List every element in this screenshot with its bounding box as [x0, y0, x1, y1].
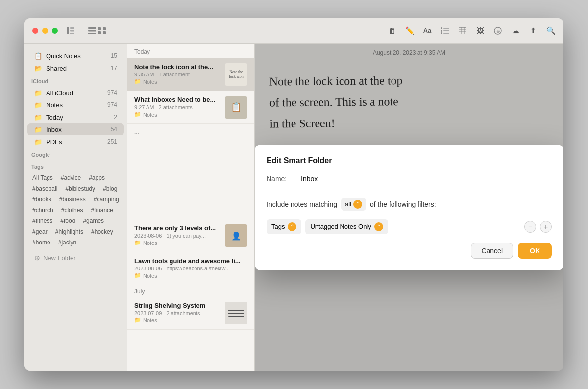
filter-suffix: of the following filters: — [370, 200, 436, 208]
add-rule-button[interactable]: + — [540, 221, 552, 233]
tag-food[interactable]: #food — [57, 217, 78, 225]
sidebar-item-today[interactable]: 📁 Today 2 — [27, 111, 124, 123]
svg-rect-12 — [443, 28, 449, 29]
tag-blog[interactable]: #blog — [100, 184, 120, 193]
tag-books[interactable]: #books — [29, 195, 54, 204]
cancel-button[interactable]: Cancel — [471, 243, 513, 259]
shared-icon: 📂 — [34, 64, 42, 72]
remove-rule-button[interactable]: − — [524, 221, 536, 233]
tag-hockey[interactable]: #hockey — [88, 227, 116, 236]
sidebar-badge: 2 — [114, 114, 117, 121]
tag-all-tags[interactable]: All Tags — [29, 173, 56, 182]
note-item-6[interactable]: String Shelving System 2023-07-09 2 atta… — [127, 297, 254, 330]
icloud-icon[interactable]: ☁ — [511, 26, 520, 36]
close-button[interactable] — [32, 28, 38, 34]
sidebar-item-notes[interactable]: 📁 Notes 974 — [27, 99, 124, 111]
note-folder-5: 📁 Notes — [134, 272, 247, 279]
list-view-icon[interactable] — [87, 26, 97, 36]
rule-value-text: Untagged Notes Only — [310, 223, 371, 230]
sidebar-item-pdfs[interactable]: 📁 PDFs 251 — [27, 136, 124, 147]
sidebar-toggle-icon[interactable] — [66, 26, 75, 36]
tags-section-title: Tags — [24, 160, 127, 171]
note-meta-6: 2023-07-09 2 attachments — [134, 310, 221, 316]
tags-container: All Tags #advice #apps #baseball #bibles… — [24, 171, 127, 249]
tag-apps[interactable]: #apps — [86, 173, 108, 182]
tag-church[interactable]: #church — [29, 206, 56, 215]
search-icon[interactable]: 🔍 — [546, 26, 556, 36]
sidebar-badge: 17 — [111, 65, 117, 72]
note-meta-2: 9:27 AM 2 attachments — [134, 104, 221, 110]
sidebar-item-label: Shared — [46, 65, 109, 72]
rule-value-select[interactable]: Untagged Notes Only ⌃ — [305, 219, 388, 234]
note-meta-5: 2023-08-06 https://beacons.ai/thelaw... — [134, 266, 247, 271]
media-icon[interactable]: 🖼 — [475, 26, 485, 36]
note-content-3: ... — [134, 129, 247, 136]
modal-name-label: Name: — [267, 175, 301, 183]
note-item-4[interactable]: There are only 3 levels of... 2023-08-06… — [127, 219, 254, 252]
more-icon[interactable]: ⬆ — [528, 26, 538, 36]
sidebar-item-inbox[interactable]: 📁 Inbox 54 — [27, 123, 124, 135]
tag-jaclyn[interactable]: #jaclyn — [55, 238, 79, 247]
tag-business[interactable]: #business — [56, 195, 89, 204]
title-bar: 🗑 ✏️ Aa 🖼 ⊕ ☁ ⬆ 🔍 — [24, 18, 564, 44]
note-item-5[interactable]: Lawn tools guide and awesome li... 2023-… — [127, 252, 254, 284]
note-item-1[interactable]: Note the lock icon at the... 9:35 AM 1 a… — [127, 58, 254, 91]
rule-value-arrow: ⌃ — [374, 222, 383, 231]
sidebar-item-label: Today — [46, 114, 112, 121]
font-icon[interactable]: Aa — [422, 26, 432, 36]
filter-match-select[interactable]: all ⌃ — [341, 198, 366, 211]
tag-finance[interactable]: #finance — [88, 206, 116, 215]
svg-rect-4 — [88, 27, 96, 29]
modal-actions: Cancel OK — [267, 243, 552, 259]
note-title-1: Note the lock icon at the... — [134, 63, 221, 71]
grid-view-icon[interactable] — [97, 26, 107, 36]
table-icon[interactable] — [458, 26, 467, 36]
svg-rect-6 — [88, 33, 96, 34]
tag-highlights[interactable]: #highlights — [52, 227, 86, 236]
sidebar-item-shared[interactable]: 📂 Shared 17 — [27, 62, 124, 74]
tag-home[interactable]: #home — [29, 238, 53, 247]
svg-rect-14 — [443, 30, 449, 31]
note-title-4: There are only 3 levels of... — [134, 224, 221, 232]
tag-camping[interactable]: #camping — [91, 195, 122, 204]
tag-games[interactable]: #games — [80, 217, 107, 225]
sidebar-badge: 15 — [111, 52, 117, 59]
modal-filter-row: Include notes matching all ⌃ of the foll… — [267, 198, 552, 211]
checklist-icon[interactable] — [440, 26, 450, 36]
tag-gear[interactable]: #gear — [29, 227, 50, 236]
sidebar-badge: 974 — [107, 101, 117, 108]
notes-folder-icon: 📁 — [34, 101, 42, 109]
today-icon: 📁 — [34, 113, 42, 121]
compose-icon[interactable]: ✏️ — [405, 26, 415, 36]
tag-advice[interactable]: #advice — [58, 173, 84, 182]
modal-name-field: Name: — [267, 175, 552, 189]
modal-name-input[interactable] — [301, 175, 552, 183]
new-folder-label: New Folder — [43, 254, 75, 262]
modal-overlay: Edit Smart Folder Name: Include notes ma… — [255, 44, 564, 371]
note-item-2[interactable]: What Inboxes Need to be... 9:27 AM 2 att… — [127, 91, 254, 124]
svg-rect-2 — [70, 30, 74, 31]
modal: Edit Smart Folder Name: Include notes ma… — [255, 145, 564, 270]
tag-fitness[interactable]: #fitness — [29, 217, 55, 225]
note-item-3[interactable]: ... — [127, 124, 254, 141]
tag-clothes[interactable]: #clothes — [58, 206, 86, 215]
new-folder-button[interactable]: ⊕ New Folder — [27, 251, 124, 265]
delete-icon[interactable]: 🗑 — [387, 26, 397, 36]
ok-button[interactable]: OK — [518, 243, 552, 259]
svg-rect-3 — [70, 33, 74, 34]
sidebar-item-all-icloud[interactable]: 📁 All iCloud 974 — [27, 87, 124, 98]
note-folder-6: 📁 Notes — [134, 317, 221, 323]
svg-point-15 — [441, 32, 442, 34]
filter-match-arrow: ⌃ — [353, 200, 362, 209]
tag-biblestudy[interactable]: #biblestudy — [62, 184, 98, 193]
pdfs-icon: 📁 — [34, 138, 42, 146]
filter-rule-row: Tags ⌃ Untagged Notes Only ⌃ − + — [267, 219, 552, 234]
sidebar-item-quick-notes[interactable]: 📋 Quick Notes 15 — [27, 50, 124, 62]
minimize-button[interactable] — [42, 28, 48, 34]
tag-baseball[interactable]: #baseball — [29, 184, 60, 193]
sidebar-item-label: PDFs — [46, 138, 105, 146]
share-icon[interactable]: ⊕ — [493, 26, 503, 36]
maximize-button[interactable] — [52, 28, 58, 34]
rule-field-select[interactable]: Tags ⌃ — [267, 219, 301, 234]
svg-text:⊕: ⊕ — [496, 29, 500, 34]
